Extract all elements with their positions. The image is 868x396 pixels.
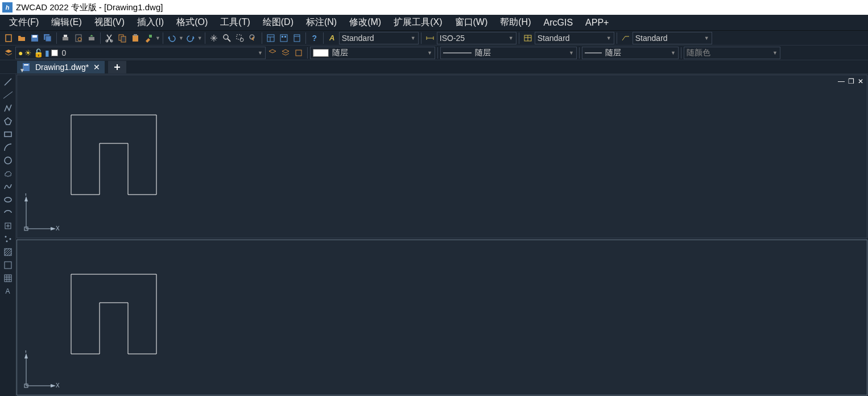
mleader-style-value: Standard: [635, 34, 668, 43]
saveall-icon[interactable]: [42, 32, 54, 44]
color-dropdown[interactable]: 随层 ▼: [310, 47, 435, 59]
insert-block-icon[interactable]: [2, 220, 14, 232]
layer-manager-icon[interactable]: [2, 47, 15, 59]
linetype-value: 随层: [475, 48, 491, 58]
dim-style-icon[interactable]: [424, 32, 436, 44]
svg-marker-75: [24, 353, 28, 358]
undo-icon[interactable]: [166, 32, 178, 44]
layer-states-icon[interactable]: [279, 47, 292, 59]
app-logo-icon: h: [2, 2, 13, 13]
help-icon[interactable]: ?: [308, 32, 321, 44]
mtext-icon[interactable]: A: [2, 286, 14, 297]
table-style-dropdown[interactable]: Standard▼: [535, 32, 614, 44]
menu-format[interactable]: 格式(O): [171, 15, 213, 30]
menu-edit[interactable]: 编辑(E): [46, 15, 87, 30]
menu-window[interactable]: 窗口(W): [449, 15, 494, 30]
point-icon[interactable]: [2, 233, 14, 245]
svg-line-18: [228, 39, 230, 42]
lineweight-dropdown[interactable]: 随层 ▼: [582, 47, 679, 59]
rectangle-icon[interactable]: [2, 129, 14, 140]
pan-icon[interactable]: [208, 32, 220, 44]
mleader-style-dropdown[interactable]: Standard▼: [633, 32, 712, 44]
mleader-style-icon[interactable]: [619, 32, 632, 44]
viewport-container: — ❐ ✕ Y X: [16, 74, 868, 396]
construction-line-icon[interactable]: [2, 89, 14, 101]
svg-text:Y: Y: [24, 193, 28, 197]
ellipse-icon[interactable]: [2, 194, 14, 205]
line-icon[interactable]: [2, 76, 14, 88]
match-properties-icon[interactable]: [142, 32, 155, 44]
region-icon[interactable]: [2, 259, 14, 271]
publish-icon[interactable]: [85, 32, 98, 44]
ellipse-arc-icon[interactable]: [2, 207, 14, 218]
print-icon[interactable]: [59, 32, 72, 44]
drawing-canvas-2: [17, 240, 867, 395]
table-style-icon[interactable]: [522, 32, 534, 44]
ucs-icon-1: Y X: [22, 193, 61, 233]
new-tab-button[interactable]: [108, 61, 126, 73]
svg-rect-40: [24, 64, 28, 65]
layers-properties-toolbar: ● ☀ 🔓 ▮ 0 ▼ 随层 ▼ 随层 ▼ 随层 ▼ 随颜色 ▼: [0, 46, 868, 60]
dim-style-dropdown[interactable]: ISO-25▼: [437, 32, 516, 44]
viewport-1[interactable]: — ❐ ✕ Y X: [16, 75, 867, 238]
lock-open-icon: 🔓: [34, 48, 43, 57]
cut-icon[interactable]: [103, 32, 115, 44]
plotstyle-dropdown[interactable]: 随颜色 ▼: [684, 47, 780, 59]
arc-icon[interactable]: [2, 142, 14, 153]
menu-appplus[interactable]: APP+: [580, 16, 614, 29]
print-preview-icon[interactable]: [72, 32, 85, 44]
circle-icon[interactable]: [2, 155, 14, 166]
tool-palettes-icon[interactable]: [291, 32, 303, 44]
paste-icon[interactable]: [129, 32, 142, 44]
linetype-dropdown[interactable]: 随层 ▼: [440, 47, 577, 59]
save-icon[interactable]: [28, 32, 41, 44]
svg-line-56: [5, 249, 7, 251]
polyline-icon[interactable]: [2, 102, 14, 114]
menu-arcgis[interactable]: ArcGIS: [538, 16, 578, 29]
svg-marker-68: [24, 196, 28, 201]
menu-express-tools[interactable]: 扩展工具(X): [388, 15, 448, 30]
document-tab[interactable]: Drawing1.dwg* ✕: [17, 61, 105, 73]
zoom-realtime-icon[interactable]: [221, 32, 233, 44]
layer-dropdown[interactable]: ● ☀ 🔓 ▮ 0 ▼: [15, 47, 266, 59]
table-icon[interactable]: [2, 273, 14, 284]
menu-view[interactable]: 视图(V): [89, 15, 130, 30]
table-style-value: Standard: [538, 34, 570, 43]
new-icon[interactable]: [2, 32, 15, 44]
menu-draw[interactable]: 绘图(D): [257, 15, 299, 30]
tabs-menu-icon[interactable]: ▼: [19, 67, 25, 73]
main-area: A — ❐ ✕ Y X: [0, 74, 868, 396]
viewport-2[interactable]: Y X: [16, 240, 867, 395]
hatch-icon[interactable]: [2, 246, 14, 258]
redo-icon[interactable]: [184, 32, 197, 44]
tab-close-icon[interactable]: ✕: [93, 63, 100, 72]
svg-rect-61: [5, 262, 11, 269]
svg-point-53: [9, 238, 11, 240]
svg-rect-36: [296, 50, 301, 56]
zoom-window-icon[interactable]: [234, 32, 246, 44]
text-style-dropdown[interactable]: Standard▼: [339, 32, 419, 44]
text-style-icon[interactable]: A: [326, 32, 338, 44]
menu-modify[interactable]: 修改(M): [344, 15, 387, 30]
svg-rect-14: [133, 35, 138, 42]
copy-icon[interactable]: [116, 32, 129, 44]
properties-icon[interactable]: [264, 32, 277, 44]
menu-file[interactable]: 文件(F): [3, 15, 44, 30]
layer-isolate-icon[interactable]: [292, 47, 305, 59]
menu-dimension[interactable]: 标注(N): [300, 15, 342, 30]
polygon-icon[interactable]: [2, 116, 14, 127]
layer-previous-icon[interactable]: [266, 47, 279, 59]
revision-cloud-icon[interactable]: [2, 168, 14, 179]
menu-tools[interactable]: 工具(T): [214, 15, 255, 30]
svg-rect-22: [267, 35, 274, 42]
svg-line-57: [5, 249, 9, 253]
design-center-icon[interactable]: [278, 32, 290, 44]
open-icon[interactable]: [15, 32, 28, 44]
menu-insert[interactable]: 插入(I): [131, 15, 170, 30]
spline-icon[interactable]: [2, 181, 14, 192]
plotstyle-value: 随颜色: [687, 48, 710, 58]
color-swatch-icon: [313, 49, 329, 57]
menu-help[interactable]: 帮助(H): [494, 15, 536, 30]
zoom-previous-icon[interactable]: [247, 32, 259, 44]
svg-rect-27: [284, 36, 286, 38]
